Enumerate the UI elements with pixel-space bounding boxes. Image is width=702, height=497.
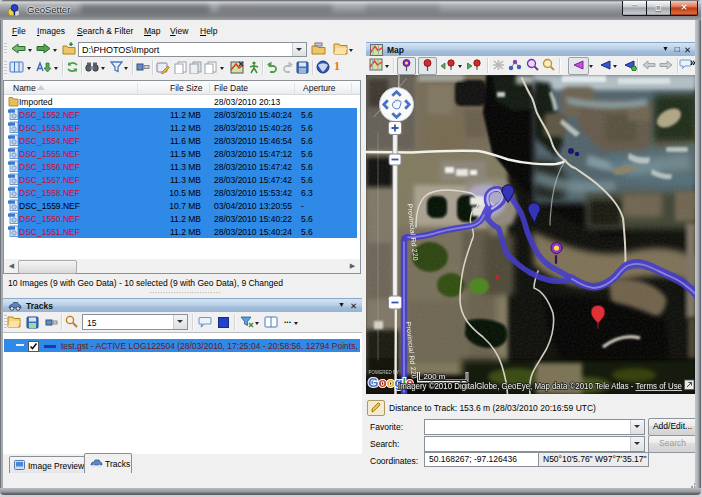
svg-text:o: o (387, 375, 395, 390)
svg-text:o: o (379, 375, 387, 390)
svg-text:G: G (368, 375, 378, 390)
svg-text:Imagery ©2010 DigitalGlobe, Ge: Imagery ©2010 DigitalGlobe, GeoEye, Map … (398, 382, 682, 391)
svg-text:200 m: 200 m (424, 372, 446, 381)
